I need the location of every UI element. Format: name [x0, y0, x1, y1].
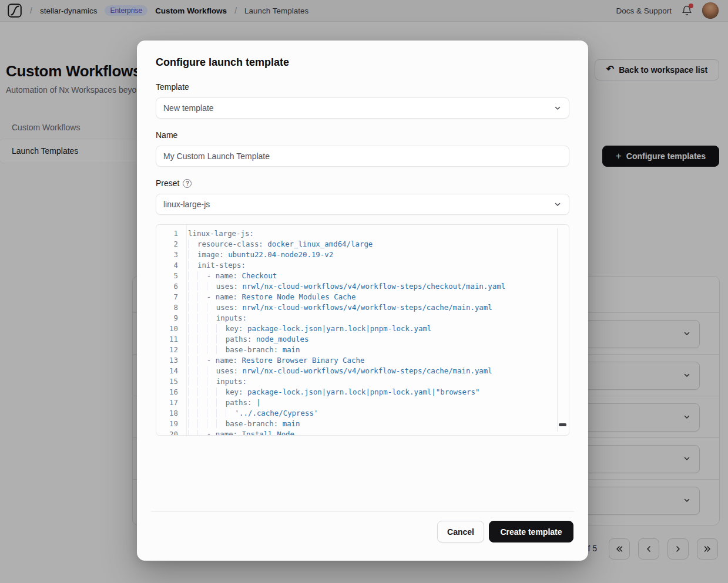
indent-guide	[188, 335, 197, 343]
line-number: 11	[156, 334, 186, 345]
code-line: - name: Install Node	[188, 429, 569, 435]
line-number: 17	[156, 397, 186, 408]
create-template-button[interactable]: Create template	[489, 521, 573, 542]
yaml-code-editor[interactable]: 1234567891011121314151617181920 linux-la…	[156, 224, 569, 436]
indent-guide	[188, 409, 197, 417]
indent-guide	[188, 250, 197, 259]
indent-guide	[197, 377, 207, 386]
indent-guide	[207, 303, 216, 312]
indent-guide	[188, 314, 197, 322]
indent-guide	[207, 387, 216, 396]
modal-title: Configure launch template	[156, 56, 289, 69]
cancel-button[interactable]: Cancel	[437, 521, 484, 542]
yaml-value: nrwl/nx-cloud-workflows/v4/workflow-step…	[238, 282, 505, 291]
yaml-key: paths:	[226, 335, 252, 343]
yaml-value: package-lock.json|yarn.lock|pnpm-lock.ya…	[243, 324, 432, 333]
yaml-value: ubuntu22.04-node20.19-v2	[224, 250, 334, 259]
yaml-key: inputs:	[216, 314, 247, 322]
line-number: 6	[156, 281, 186, 292]
preset-select[interactable]: linux-large-js	[156, 194, 569, 215]
indent-guide	[188, 271, 197, 280]
line-number: 3	[156, 250, 186, 260]
name-label: Name	[156, 130, 177, 140]
indent-guide	[207, 419, 216, 428]
chevron-down-icon	[553, 104, 562, 112]
indent-guide	[197, 314, 207, 322]
yaml-key: init-steps:	[197, 261, 246, 269]
code-line: base-branch: main	[188, 419, 569, 429]
line-number: 14	[156, 366, 186, 376]
name-input[interactable]: My Custom Launch Template	[156, 146, 569, 167]
line-number: 16	[156, 387, 186, 397]
line-number: 15	[156, 376, 186, 387]
yaml-key: inputs:	[216, 377, 247, 386]
indent-guide	[197, 271, 207, 280]
indent-guide	[207, 324, 216, 333]
yaml-value: Restore Node Modules Cache	[237, 292, 355, 301]
yaml-value: nrwl/nx-cloud-workflows/v4/workflow-step…	[238, 366, 492, 375]
indent-guide	[188, 387, 197, 396]
indent-guide	[216, 409, 226, 417]
indent-guide	[188, 430, 197, 435]
indent-guide	[207, 314, 216, 322]
code-line: key: package-lock.json|yarn.lock|pnpm-lo…	[188, 387, 569, 397]
line-number: 9	[156, 313, 186, 323]
indent-guide	[188, 419, 197, 428]
yaml-key: - name:	[207, 292, 237, 301]
editor-gutter: 1234567891011121314151617181920	[156, 225, 187, 435]
indent-guide	[188, 240, 197, 248]
indent-guide	[197, 419, 207, 428]
indent-guide	[188, 282, 197, 291]
indent-guide	[197, 335, 207, 343]
code-line: base-branch: main	[188, 345, 569, 355]
indent-guide	[197, 324, 207, 333]
indent-guide	[188, 377, 197, 386]
modal-footer: Cancel Create template	[437, 521, 573, 542]
yaml-value: package-lock.json|yarn.lock|pnpm-lock.ya…	[243, 387, 480, 396]
line-number: 7	[156, 292, 186, 302]
indent-guide	[226, 409, 235, 417]
help-icon[interactable]: ?	[183, 179, 192, 188]
indent-guide	[197, 409, 207, 417]
indent-guide	[197, 387, 207, 396]
yaml-key: - name:	[207, 271, 237, 280]
code-line: linux-large-js:	[188, 228, 569, 239]
yaml-key: linux-large-js:	[188, 229, 254, 238]
code-line: '../.cache/Cypress'	[188, 408, 569, 419]
code-line: uses: nrwl/nx-cloud-workflows/v4/workflo…	[188, 281, 569, 292]
template-select-value: New template	[163, 103, 214, 113]
indent-guide	[207, 282, 216, 291]
yaml-value: node_modules	[251, 335, 308, 343]
yaml-key: - name:	[207, 356, 237, 365]
yaml-key: image:	[197, 250, 224, 259]
line-number: 8	[156, 302, 186, 313]
template-select[interactable]: New template	[156, 97, 569, 119]
code-line: uses: nrwl/nx-cloud-workflows/v4/workflo…	[188, 366, 569, 376]
chevron-down-icon	[553, 200, 562, 208]
code-line: key: package-lock.json|yarn.lock|pnpm-lo…	[188, 323, 569, 334]
yaml-value: Restore Browser Binary Cache	[237, 356, 364, 365]
yaml-value: nrwl/nx-cloud-workflows/v4/workflow-step…	[238, 303, 492, 312]
editor-scrollbar-thumb[interactable]	[559, 423, 566, 426]
indent-guide	[197, 345, 207, 354]
yaml-value: '../.cache/Cypress'	[235, 409, 318, 417]
template-label: Template	[156, 82, 189, 92]
indent-guide	[197, 303, 207, 312]
indent-guide	[188, 292, 197, 301]
line-number: 10	[156, 323, 186, 334]
indent-guide	[188, 324, 197, 333]
indent-guide	[197, 366, 207, 375]
code-line: image: ubuntu22.04-node20.19-v2	[188, 250, 569, 260]
yaml-key: - name:	[207, 430, 237, 435]
indent-guide	[207, 377, 216, 386]
indent-guide	[197, 356, 207, 365]
code-line: - name: Checkout	[188, 271, 569, 281]
template-label-text: Template	[156, 82, 189, 92]
preset-label: Preset ?	[156, 178, 192, 188]
configure-launch-template-modal: Configure launch template Template New t…	[137, 41, 588, 561]
indent-guide	[188, 398, 197, 407]
code-line: uses: nrwl/nx-cloud-workflows/v4/workflo…	[188, 302, 569, 313]
line-number: 13	[156, 355, 186, 366]
preset-select-value: linux-large-js	[163, 200, 210, 209]
yaml-key: uses:	[216, 282, 238, 291]
